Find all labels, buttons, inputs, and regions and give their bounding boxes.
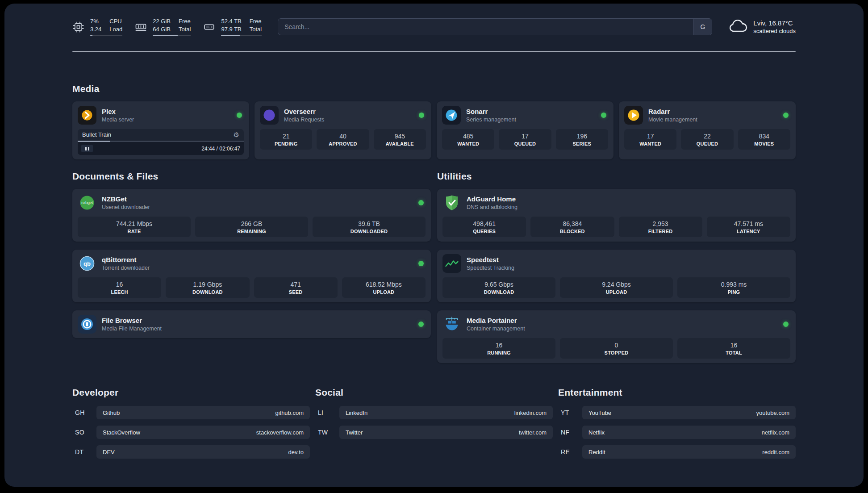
section-title-media: Media: [72, 84, 796, 94]
stat-box: 17 WANTED: [624, 129, 676, 150]
bookmark-link-dev[interactable]: DEV dev.to: [96, 445, 310, 459]
stat-label: WANTED: [626, 141, 675, 146]
bookmark-link-twitter[interactable]: Twitter twitter.com: [339, 426, 553, 439]
app-name: Overseerr: [284, 108, 324, 115]
section-title-documents: Documents & Files: [72, 171, 431, 182]
stat-value: 9.24 Gbps: [562, 281, 671, 288]
pause-button[interactable]: [81, 145, 93, 152]
app-link-nzbget[interactable]: nzbget NZBGet Usenet downloader: [78, 193, 150, 212]
app-subtitle: Series management: [466, 117, 516, 123]
stat-label: AVAILABLE: [376, 141, 424, 146]
bookmark-link-linkedin[interactable]: LinkedIn linkedin.com: [339, 406, 553, 419]
status-dot: [601, 113, 606, 118]
app-subtitle: DNS and adblocking: [467, 204, 517, 210]
app-link-sonarr[interactable]: Sonarr Series management: [442, 106, 516, 125]
card-filebrowser: File Browser Media File Management: [72, 310, 431, 338]
section-title-social: Social: [315, 387, 553, 398]
card-sonarr: Sonarr Series management 485 WANTED 17: [437, 101, 613, 159]
stat-value: 834: [740, 133, 789, 140]
weather-widget: Lviv, 16.87°C scattered clouds: [728, 19, 796, 34]
bookmark-link-github[interactable]: Github github.com: [96, 406, 310, 419]
bookmark-abbr: SO: [72, 429, 92, 436]
bookmark-link-youtube[interactable]: YouTube youtube.com: [582, 406, 796, 419]
cpu-chip-icon: [72, 21, 84, 33]
bookmark-link-reddit[interactable]: Reddit reddit.com: [582, 445, 796, 459]
stat-label: DOWNLOADED: [314, 229, 424, 234]
bookmark-name: Twitter: [346, 429, 363, 436]
bookmark-url: stackoverflow.com: [256, 429, 304, 436]
bookmark-abbr: DT: [72, 448, 92, 455]
app-link-speedtest[interactable]: Speedtest Speedtest Tracking: [442, 254, 514, 273]
stat-label: STOPPED: [562, 350, 671, 355]
stat-label: QUERIES: [444, 229, 524, 234]
cpu-widget: 7% 3.24 CPU Load: [72, 17, 122, 36]
bookmark-link-stackoverflow[interactable]: StackOverflow stackoverflow.com: [96, 426, 310, 439]
stat-value: 40: [318, 133, 367, 140]
cpu-percent: 7%: [90, 17, 101, 25]
stat-value: 16: [79, 281, 159, 288]
speedtest-stats: 9.65 Gbps DOWNLOAD 9.24 Gbps UPLOAD 0.99…: [442, 277, 790, 298]
cloud-icon: [728, 20, 748, 34]
bookmark-name: StackOverflow: [103, 429, 140, 436]
bookmark-row: SO StackOverflow stackoverflow.com: [72, 426, 310, 439]
card-nzbget: nzbget NZBGet Usenet downloader: [72, 189, 431, 242]
app-name: File Browser: [102, 317, 162, 324]
sonarr-icon: [442, 106, 461, 125]
stat-label: DOWNLOAD: [444, 289, 554, 295]
bookmark-link-netflix[interactable]: Netflix netflix.com: [582, 426, 796, 439]
cpu-progress-bar: [90, 35, 122, 36]
app-link-portainer[interactable]: Media Portainer Container management: [442, 315, 525, 334]
weather-condition: scattered clouds: [753, 28, 796, 34]
status-dot: [783, 322, 789, 327]
gear-icon[interactable]: ⚙: [234, 131, 239, 138]
stat-value: 39.6 TB: [314, 220, 424, 227]
stat-box: 86,384 BLOCKED: [530, 217, 614, 237]
pause-icon: [88, 147, 89, 150]
stat-box: 618.52 Mbps UPLOAD: [342, 277, 426, 298]
bookmark-url: github.com: [275, 409, 304, 416]
app-subtitle: Movie management: [648, 117, 697, 123]
stat-box: 834 MOVIES: [738, 129, 790, 150]
app-link-filebrowser[interactable]: File Browser Media File Management: [78, 315, 162, 334]
app-subtitle: Torrent downloader: [102, 265, 150, 271]
utilities-column: Utilities AdGuard Home DNS and adb: [437, 171, 796, 363]
bookmark-url: reddit.com: [762, 449, 789, 455]
disk-progress-bar: [221, 35, 262, 36]
app-link-adguard[interactable]: AdGuard Home DNS and adblocking: [442, 193, 517, 212]
app-link-overseerr[interactable]: Overseerr Media Requests: [260, 106, 324, 125]
bookmarks-section: Developer GH Github github.com SO StackO…: [72, 387, 796, 459]
stat-label: UPLOAD: [562, 289, 671, 295]
stat-box: 0.993 ms PING: [677, 277, 790, 298]
filebrowser-icon: [78, 315, 96, 334]
app-name: AdGuard Home: [467, 195, 517, 203]
status-dot: [418, 322, 424, 327]
svg-text:qb: qb: [83, 260, 91, 267]
bookmark-abbr: YT: [558, 409, 578, 416]
bookmark-name: Reddit: [588, 449, 605, 455]
documents-column: Documents & Files nzbget NZBGet Use: [72, 171, 431, 338]
status-dot: [418, 261, 424, 266]
bookmark-name: YouTube: [588, 409, 611, 416]
bookmark-name: LinkedIn: [346, 409, 367, 416]
bookmark-abbr: RE: [558, 448, 578, 455]
stat-box: 17 QUEUED: [499, 129, 551, 150]
search-engine-button[interactable]: G: [693, 19, 712, 35]
stat-value: 0: [562, 342, 671, 349]
app-link-radarr[interactable]: Radarr Movie management: [624, 106, 697, 125]
app-name: Media Portainer: [467, 317, 525, 324]
plex-icon: [78, 106, 96, 125]
stat-label: WANTED: [444, 141, 492, 146]
app-link-plex[interactable]: Plex Media server: [78, 106, 134, 125]
stat-value: 1.19 Gbps: [167, 281, 247, 288]
search-input[interactable]: [278, 18, 712, 35]
stat-value: 618.52 Mbps: [344, 281, 424, 288]
stat-box: 16 RUNNING: [442, 338, 555, 359]
disk-free-value: 52.4 TB: [221, 17, 241, 25]
bookmark-name: Netflix: [588, 429, 605, 436]
app-link-qbittorrent[interactable]: qb qBittorrent Torrent downloader: [78, 254, 150, 273]
stat-box: 266 GB REMAINING: [195, 217, 308, 237]
media-section: Media Plex Media server: [72, 84, 796, 159]
stat-box: 744.21 Mbps RATE: [78, 217, 191, 237]
svg-text:nzbget: nzbget: [81, 201, 93, 205]
ram-total-label: Total: [179, 25, 191, 33]
